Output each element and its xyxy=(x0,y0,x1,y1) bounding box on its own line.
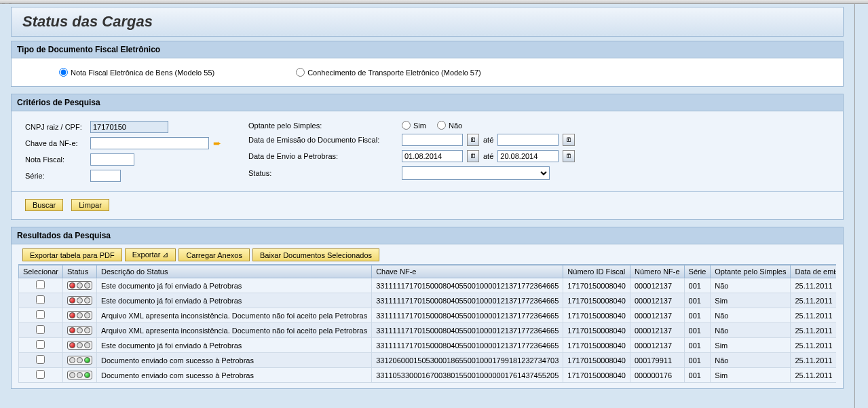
table-row: Este documento já foi enviado à Petrobra… xyxy=(19,278,837,293)
arrow-right-icon[interactable]: ➨ xyxy=(213,138,221,149)
status-lights-icon xyxy=(67,326,92,335)
status-lights-icon xyxy=(67,296,92,305)
column-header[interactable]: Descrição do Status xyxy=(96,265,371,278)
status-select[interactable] xyxy=(402,166,550,180)
row-select-checkbox[interactable] xyxy=(36,325,45,334)
row-select-checkbox[interactable] xyxy=(36,340,45,349)
cell-emissao: 25.11.2011 xyxy=(791,338,836,353)
radio-optante-nao-input[interactable] xyxy=(437,121,446,130)
cell-nfe: 000000176 xyxy=(630,368,684,383)
chave-input[interactable] xyxy=(90,137,209,149)
cell-optante: Sim xyxy=(711,293,791,308)
radio-optante-sim[interactable]: Sim xyxy=(402,121,426,130)
row-select-checkbox[interactable] xyxy=(36,355,45,364)
cnpj-input[interactable] xyxy=(90,121,168,133)
cell-nfe: 000012137 xyxy=(630,338,684,353)
row-select-checkbox[interactable] xyxy=(36,310,45,319)
cell-emissao: 25.11.2011 xyxy=(791,368,836,383)
nota-fiscal-label: Nota Fiscal: xyxy=(25,155,86,164)
table-row: Este documento já foi enviado à Petrobra… xyxy=(19,293,837,308)
cell-idfiscal: 17170150008040 xyxy=(563,278,630,293)
column-header[interactable]: Status xyxy=(62,265,96,278)
row-select-checkbox[interactable] xyxy=(36,280,45,289)
status-lights-icon xyxy=(67,371,92,379)
radio-modelo57[interactable]: Conhecimento de Transporte Eletrônico (M… xyxy=(296,68,481,77)
cell-optante: Não xyxy=(711,353,791,368)
data-emissao-from-input[interactable] xyxy=(402,134,463,146)
export-button[interactable]: Exportar ⊿ xyxy=(125,248,176,261)
nota-fiscal-input[interactable] xyxy=(90,153,134,166)
radio-modelo57-input[interactable] xyxy=(296,68,305,77)
carregar-anexos-button[interactable]: Carregar Anexos xyxy=(178,248,250,261)
cnpj-label: CNPJ raiz / CPF: xyxy=(25,123,86,131)
cell-optante: Sim xyxy=(711,368,791,383)
serie-label: Série: xyxy=(25,172,86,180)
cell-nfe: 000012137 xyxy=(630,278,684,293)
calendar-icon[interactable]: 🗓 xyxy=(467,150,479,162)
table-row: Este documento já foi enviado à Petrobra… xyxy=(19,338,837,353)
radio-optante-sim-label: Sim xyxy=(413,122,426,130)
cell-desc: Este documento já foi enviado à Petrobra… xyxy=(96,278,371,293)
cell-desc: Arquivo XML apresenta inconsistência. Do… xyxy=(96,308,371,323)
column-header[interactable]: Número NF-e xyxy=(630,265,684,278)
cell-emissao: 25.11.2011 xyxy=(791,323,836,338)
ate-label-1: até xyxy=(483,136,493,144)
calendar-icon[interactable]: 🗓 xyxy=(563,150,575,162)
row-select-checkbox[interactable] xyxy=(36,370,45,379)
cell-idfiscal: 17170150008040 xyxy=(563,293,630,308)
data-envio-from-input[interactable] xyxy=(402,150,463,162)
radio-optante-nao[interactable]: Não xyxy=(437,121,462,130)
cell-nfe: 000012137 xyxy=(630,308,684,323)
calendar-icon[interactable]: 🗓 xyxy=(467,134,479,146)
optante-label: Optante pelo Simples: xyxy=(248,122,398,130)
radio-optante-sim-input[interactable] xyxy=(402,121,411,130)
calendar-icon[interactable]: 🗓 xyxy=(563,134,575,146)
limpar-button[interactable]: Limpar xyxy=(71,199,109,211)
status-lights-icon xyxy=(67,356,92,365)
cell-desc: Documento enviado com sucesso à Petrobra… xyxy=(96,368,371,383)
status-lights-icon xyxy=(67,281,92,290)
cell-emissao: 25.11.2011 xyxy=(791,353,836,368)
ate-label-2: até xyxy=(483,152,493,160)
column-header[interactable]: Data de emissão xyxy=(791,265,836,278)
cell-chave: 3311111717015000804055001000012137177236… xyxy=(372,278,563,293)
cell-chave: 3311111717015000804055001000012137177236… xyxy=(372,293,563,308)
cell-chave: 3312060001505300018655001000179918123273… xyxy=(372,353,563,368)
cell-optante: Não xyxy=(711,308,791,323)
cell-emissao: 25.11.2011 xyxy=(791,278,836,293)
main-scroll-area[interactable]: Status das Cargas Tipo de Documento Fisc… xyxy=(0,4,855,408)
cell-emissao: 25.11.2011 xyxy=(791,293,836,308)
chave-label: Chave da NF-e: xyxy=(25,139,86,147)
row-select-checkbox[interactable] xyxy=(36,295,45,304)
cell-idfiscal: 17170150008040 xyxy=(563,368,630,383)
buscar-button[interactable]: Buscar xyxy=(25,199,63,211)
column-header[interactable]: Optante pelo Simples xyxy=(711,265,791,278)
data-envio-label: Data de Envio a Petrobras: xyxy=(248,152,398,160)
status-lights-icon xyxy=(67,311,92,320)
cell-nfe: 000012137 xyxy=(630,323,684,338)
baixar-selecionados-button[interactable]: Baixar Documentos Selecionados xyxy=(252,248,379,261)
cell-serie: 001 xyxy=(684,278,711,293)
radio-modelo55-input[interactable] xyxy=(59,68,68,77)
cell-desc: Este documento já foi enviado à Petrobra… xyxy=(96,293,371,308)
column-header[interactable]: Chave NF-e xyxy=(372,265,563,278)
cell-serie: 001 xyxy=(684,368,711,383)
radio-modelo55[interactable]: Nota Fiscal Eletrônica de Bens (Modelo 5… xyxy=(59,68,214,77)
serie-input[interactable] xyxy=(90,170,121,182)
column-header[interactable]: Selecionar xyxy=(19,265,63,278)
cell-serie: 001 xyxy=(684,323,711,338)
cell-chave: 3311053300016700380155001000000176143745… xyxy=(372,368,563,383)
cell-emissao: 25.11.2011 xyxy=(791,308,836,323)
cell-nfe: 000179911 xyxy=(630,353,684,368)
doc-type-header: Tipo de Documento Fiscal Eletrônico xyxy=(12,41,843,58)
export-pdf-button[interactable]: Exportar tabela para PDF xyxy=(22,248,122,261)
cell-serie: 001 xyxy=(684,293,711,308)
column-header[interactable]: Número ID Fiscal xyxy=(563,265,630,278)
status-label: Status: xyxy=(248,169,398,177)
data-emissao-to-input[interactable] xyxy=(497,134,559,146)
cell-chave: 3311111717015000804055001000012137177236… xyxy=(372,323,563,338)
doc-type-panel: Tipo de Documento Fiscal Eletrônico Nota… xyxy=(11,41,844,87)
radio-optante-nao-label: Não xyxy=(449,122,462,130)
column-header[interactable]: Série xyxy=(684,265,711,278)
data-envio-to-input[interactable] xyxy=(497,150,559,162)
